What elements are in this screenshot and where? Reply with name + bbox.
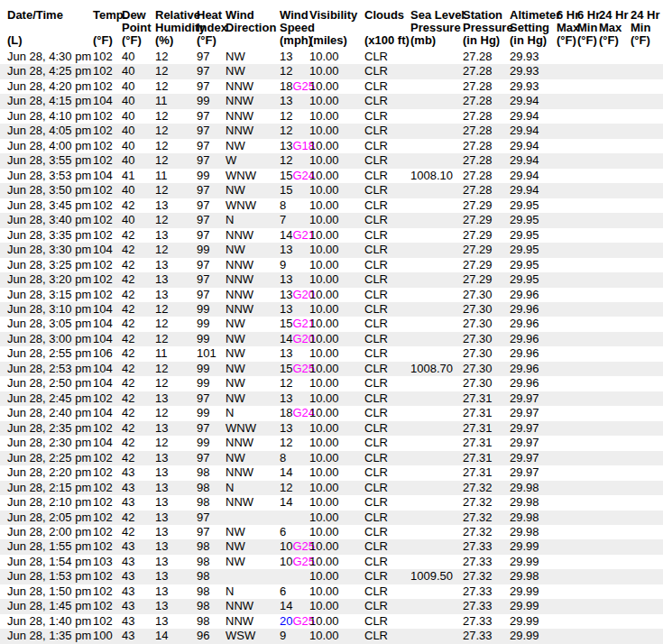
cell-max24	[599, 629, 631, 643]
cell-max24	[599, 332, 631, 346]
cell-max6	[557, 243, 577, 257]
wind-speed-value: 12	[280, 153, 292, 167]
cell-rel_humidity: 12	[155, 332, 197, 346]
table-row: Jun 28, 2:05 pm10242139710.00CLR27.3229.…	[0, 511, 663, 525]
cell-max24	[599, 525, 631, 539]
cell-rel_humidity: 12	[155, 302, 197, 317]
cell-datetime: Jun 28, 2:00 pm	[0, 525, 93, 539]
cell-station_pressure: 27.30	[463, 376, 510, 391]
wind-speed-value: 12	[280, 64, 292, 78]
cell-min24	[631, 599, 663, 613]
cell-wind_speed: 13	[280, 391, 309, 406]
header-clouds-unit: (x100 ft)	[364, 34, 410, 50]
cell-rel_humidity: 13	[155, 198, 197, 213]
table-row: Jun 28, 1:35 pm100431496WSW910.00CLR27.3…	[0, 629, 663, 643]
cell-wind_dir: NNW	[226, 228, 280, 243]
cell-datetime: Jun 28, 3:15 pm	[0, 288, 93, 302]
cell-heat_index: 99	[197, 317, 226, 331]
cell-wind_dir: NW	[226, 183, 280, 198]
cell-visibility: 10.00	[309, 346, 364, 361]
cell-heat_index: 99	[197, 406, 226, 420]
cell-temp: 102	[93, 391, 122, 406]
cell-altimeter: 29.99	[510, 555, 557, 569]
cell-dew_point: 40	[122, 183, 155, 198]
cell-wind_speed: 12	[280, 153, 309, 168]
wind-speed-value: 13	[280, 243, 292, 256]
cell-min6	[577, 629, 599, 643]
cell-datetime: Jun 28, 4:25 pm	[0, 64, 93, 78]
cell-min6	[577, 183, 599, 198]
cell-sea_level_pressure	[410, 346, 463, 361]
wind-speed-value: 12	[280, 376, 292, 390]
cell-wind_dir: NNW	[226, 109, 280, 124]
cell-wind_dir	[226, 511, 280, 525]
wind-speed-value: 9	[280, 629, 286, 642]
cell-temp: 102	[93, 272, 122, 287]
cell-datetime: Jun 28, 4:30 pm	[0, 50, 93, 64]
cell-max6	[557, 614, 577, 629]
cell-min24	[631, 79, 663, 94]
cell-clouds: CLR	[364, 421, 410, 436]
cell-min24	[631, 198, 663, 213]
cell-dew_point: 40	[122, 50, 155, 64]
cell-clouds: CLR	[364, 79, 410, 94]
cell-clouds: CLR	[364, 406, 410, 420]
cell-min24	[631, 495, 663, 510]
cell-max24	[599, 421, 631, 436]
cell-altimeter: 29.94	[510, 94, 557, 108]
cell-rel_humidity: 11	[155, 169, 197, 183]
cell-rel_humidity: 12	[155, 124, 197, 138]
cell-visibility: 10.00	[309, 362, 364, 376]
cell-station_pressure: 27.30	[463, 332, 510, 346]
cell-min24	[631, 109, 663, 124]
cell-dew_point: 43	[122, 481, 155, 495]
table-row: Jun 28, 1:40 pm102431398NNW20G2510.00CLR…	[0, 614, 663, 629]
header-altimeter-line1: Altimeter	[510, 0, 557, 22]
cell-max24	[599, 213, 631, 227]
cell-max24	[599, 376, 631, 391]
cell-wind_dir: NNW	[226, 302, 280, 317]
cell-min6	[577, 436, 599, 450]
cell-min24	[631, 525, 663, 539]
cell-datetime: Jun 28, 2:20 pm	[0, 465, 93, 480]
cell-min6	[577, 124, 599, 138]
header-clouds-line2	[364, 22, 410, 34]
header-datetime-line1: Date/Time	[0, 0, 93, 22]
cell-datetime: Jun 28, 4:15 pm	[0, 94, 93, 108]
cell-clouds: CLR	[364, 153, 410, 168]
cell-datetime: Jun 28, 3:10 pm	[0, 302, 93, 317]
cell-wind_dir: WNW	[226, 421, 280, 436]
cell-dew_point: 42	[122, 451, 155, 465]
cell-station_pressure: 27.29	[463, 243, 510, 257]
cell-min6	[577, 228, 599, 243]
cell-heat_index: 98	[197, 569, 226, 584]
cell-rel_humidity: 13	[155, 584, 197, 599]
cell-min6	[577, 406, 599, 420]
cell-temp: 102	[93, 198, 122, 213]
cell-rel_humidity: 13	[155, 391, 197, 406]
cell-min24	[631, 139, 663, 153]
table-row: Jun 28, 1:50 pm102431398N610.00CLR27.332…	[0, 584, 663, 599]
cell-clouds: CLR	[364, 258, 410, 272]
cell-wind_dir: W	[226, 153, 280, 168]
cell-rel_humidity: 13	[155, 228, 197, 243]
cell-wind_speed: 12	[280, 109, 309, 124]
cell-altimeter: 29.97	[510, 406, 557, 420]
cell-clouds: CLR	[364, 302, 410, 317]
cell-wind_speed: 12	[280, 64, 309, 78]
cell-max6	[557, 50, 577, 64]
cell-sea_level_pressure	[410, 599, 463, 613]
cell-datetime: Jun 28, 3:45 pm	[0, 198, 93, 213]
cell-heat_index: 97	[197, 109, 226, 124]
cell-visibility: 10.00	[309, 94, 364, 108]
cell-wind_speed: 13	[280, 50, 309, 64]
cell-visibility: 10.00	[309, 213, 364, 227]
cell-max6	[557, 555, 577, 569]
cell-max6	[557, 511, 577, 525]
cell-heat_index: 97	[197, 421, 226, 436]
cell-sea_level_pressure	[410, 198, 463, 213]
cell-temp: 104	[93, 436, 122, 450]
header-altimeter-line2: Setting	[510, 22, 557, 34]
cell-visibility: 10.00	[309, 153, 364, 168]
cell-wind_speed: 14	[280, 465, 309, 480]
